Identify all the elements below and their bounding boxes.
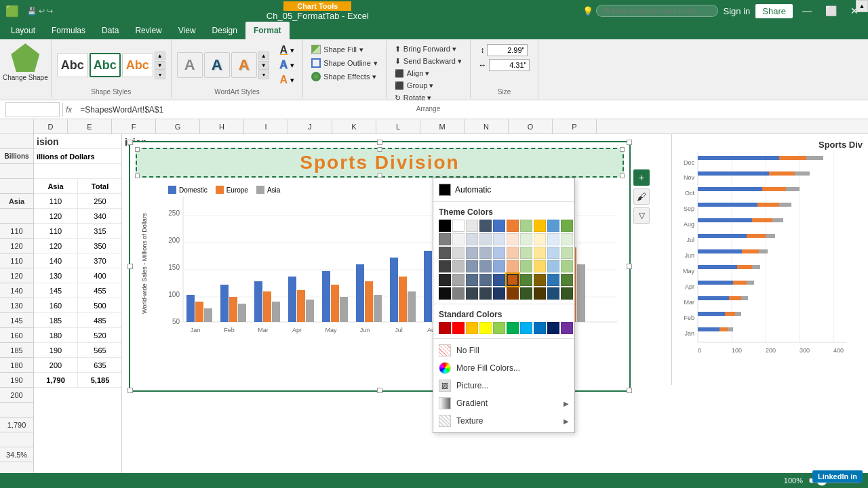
- color-pale-green2[interactable]: [561, 233, 573, 245]
- sign-in-button[interactable]: Sign in: [724, 6, 751, 16]
- color-dark-forest[interactable]: [520, 287, 532, 300]
- tab-design[interactable]: Design: [204, 22, 245, 39]
- color-light-green2[interactable]: [520, 247, 532, 259]
- shape-fill-arrow[interactable]: ▾: [359, 45, 363, 54]
- tell-me-container[interactable]: 💡: [583, 5, 718, 17]
- wordart-style-1[interactable]: A: [177, 52, 203, 78]
- bring-forward-button[interactable]: ⬆ Bring Forward ▾: [392, 43, 465, 55]
- color-light-orange[interactable]: [507, 247, 519, 259]
- color-picker-dropdown[interactable]: Automatic Theme Colors: [433, 178, 575, 433]
- shape-style-3[interactable]: Abc: [122, 53, 153, 77]
- color-light-yellow[interactable]: [534, 247, 546, 259]
- add-element-button[interactable]: +: [633, 169, 650, 186]
- color-near-black[interactable]: [439, 260, 451, 272]
- title-handle-tl[interactable]: [135, 147, 140, 152]
- title-handle-tc[interactable]: [378, 147, 382, 152]
- color-slate2[interactable]: [479, 274, 492, 286]
- color-dark-navy[interactable]: [547, 287, 559, 300]
- std-green[interactable]: [507, 322, 519, 334]
- color-light-gray[interactable]: [466, 220, 478, 232]
- send-backward-button[interactable]: ⬇ Send Backward ▾: [392, 56, 465, 67]
- minimize-button[interactable]: —: [798, 4, 816, 18]
- color-dark-forest2[interactable]: [561, 287, 573, 300]
- color-medium-blue[interactable]: [547, 274, 559, 286]
- text-effects-dropdown[interactable]: ▾: [290, 76, 294, 85]
- col-header-k[interactable]: K: [332, 119, 376, 134]
- more-colors-option[interactable]: More Fill Colors...: [433, 359, 574, 377]
- col-header-h[interactable]: H: [200, 119, 244, 134]
- chart-filter-button[interactable]: ▽: [633, 207, 650, 224]
- color-cornflower[interactable]: [547, 260, 559, 272]
- color-light-green3[interactable]: [561, 247, 573, 259]
- shape-effects-arrow[interactable]: ▾: [372, 73, 376, 81]
- color-sage-green[interactable]: [520, 260, 532, 272]
- col-header-m[interactable]: M: [420, 119, 465, 134]
- color-dark-gray[interactable]: [439, 247, 451, 259]
- text-outline-button[interactable]: A ▾: [277, 58, 298, 72]
- color-medium-gray[interactable]: [452, 260, 465, 272]
- group-button[interactable]: ⬛ Group ▾: [392, 80, 465, 92]
- tab-view[interactable]: View: [170, 22, 204, 39]
- wordart-more[interactable]: ▾: [258, 70, 269, 79]
- shape-outline-button[interactable]: Shape Outline ▾: [309, 57, 380, 69]
- col-header-j[interactable]: J: [288, 119, 332, 134]
- color-steel-blue[interactable]: [466, 260, 478, 272]
- color-sage2[interactable]: [561, 260, 573, 272]
- color-forest-green2[interactable]: [561, 274, 573, 286]
- handle-bl[interactable]: [127, 388, 133, 393]
- col-header-e[interactable]: E: [68, 119, 112, 134]
- std-cyan[interactable]: [520, 322, 532, 334]
- handle-tc[interactable]: [377, 140, 382, 145]
- color-blue-gray-light[interactable]: [466, 233, 478, 245]
- std-lime[interactable]: [493, 322, 505, 334]
- no-fill-option[interactable]: No Fill: [433, 342, 574, 359]
- style-scroll-up[interactable]: ▲: [155, 52, 165, 60]
- shape-outline-arrow[interactable]: ▾: [374, 59, 378, 68]
- color-charcoal2[interactable]: [479, 287, 492, 300]
- text-fill-dropdown[interactable]: ▾: [290, 46, 294, 55]
- wordart-style-3[interactable]: A: [231, 52, 257, 78]
- color-dark-brown[interactable]: [534, 287, 546, 300]
- color-slate[interactable]: [466, 274, 478, 286]
- color-pale-green[interactable]: [520, 233, 532, 245]
- chart-title-box[interactable]: Sports Division: [136, 148, 624, 178]
- color-light-gray2[interactable]: [452, 247, 465, 259]
- title-handle-bl[interactable]: [135, 174, 140, 178]
- handle-tr[interactable]: [627, 140, 632, 145]
- col-header-f[interactable]: F: [112, 119, 156, 134]
- wordart-scroll-up[interactable]: ▲: [258, 52, 269, 60]
- color-orange[interactable]: [507, 220, 519, 232]
- color-very-light-gray[interactable]: [452, 233, 465, 245]
- chart-style-button[interactable]: 🖌: [633, 188, 650, 205]
- color-steel-blue2[interactable]: [479, 260, 492, 272]
- style-more[interactable]: ▾: [155, 70, 165, 79]
- shape-style-1[interactable]: Abc: [57, 53, 88, 77]
- std-red[interactable]: [452, 322, 465, 334]
- color-almost-black[interactable]: [439, 287, 451, 300]
- text-effects-button[interactable]: A ▾: [277, 73, 298, 87]
- align-button[interactable]: ⬛ Align ▾: [392, 68, 465, 79]
- color-yellow[interactable]: [534, 220, 546, 232]
- color-pale-orange[interactable]: [507, 233, 519, 245]
- std-dark-blue[interactable]: [547, 322, 559, 334]
- col-header-n[interactable]: N: [465, 119, 509, 134]
- picture-option[interactable]: 🖼 Picture...: [433, 377, 574, 394]
- col-header-i[interactable]: I: [244, 119, 288, 134]
- color-light-green[interactable]: [520, 220, 532, 232]
- handle-tl[interactable]: [127, 140, 133, 145]
- color-mid-gray[interactable]: [439, 233, 451, 245]
- color-blue-gray-mid2[interactable]: [479, 247, 492, 259]
- handle-ml[interactable]: [127, 264, 133, 269]
- color-brown[interactable]: [507, 287, 519, 300]
- color-dark-gold[interactable]: [534, 274, 546, 286]
- wordart-scroll-down[interactable]: ▼: [258, 61, 269, 70]
- name-box[interactable]: [5, 102, 60, 117]
- color-blue[interactable]: [493, 220, 505, 232]
- texture-option[interactable]: Texture ▶: [433, 412, 574, 430]
- text-fill-button[interactable]: A ▾: [277, 43, 298, 57]
- color-charcoal[interactable]: [466, 287, 478, 300]
- color-light-blue[interactable]: [547, 220, 559, 232]
- handle-br[interactable]: [627, 388, 632, 393]
- color-forest-green[interactable]: [520, 274, 532, 286]
- std-orange[interactable]: [466, 322, 478, 334]
